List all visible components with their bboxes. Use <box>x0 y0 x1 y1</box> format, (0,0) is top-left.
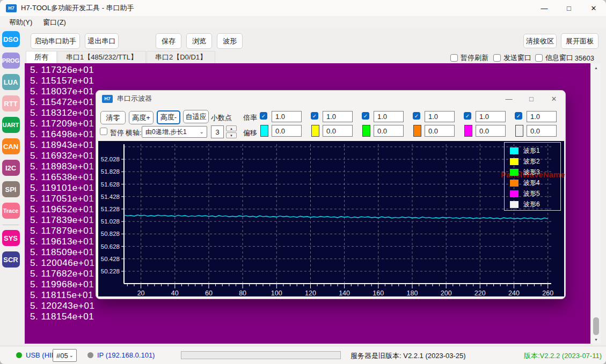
channel-rate-input[interactable] <box>476 111 506 122</box>
svg-text:260: 260 <box>542 289 553 296</box>
channel-color-swatch[interactable] <box>464 125 472 137</box>
stepper-down-icon[interactable]: ▼ <box>226 132 237 138</box>
sidebar-item-prog[interactable]: PROG <box>2 53 20 69</box>
ip-status-icon <box>87 352 93 358</box>
sidebar-item-sys[interactable]: SYS <box>2 230 20 246</box>
scroll-down-icon[interactable]: ▼ <box>592 335 601 344</box>
svg-text:60: 60 <box>205 289 213 296</box>
maximize-button[interactable]: □ <box>557 0 581 16</box>
scope-autofit-button[interactable]: 自适应 <box>183 110 209 123</box>
sidebar-item-dso[interactable]: DSO <box>2 31 20 47</box>
tab-2[interactable]: 串口2【D0/D1】 <box>147 51 215 63</box>
waveform-button[interactable]: 波形 <box>217 33 243 49</box>
sidebar-item-lua[interactable]: LUA <box>2 74 20 90</box>
checkbox[interactable] <box>450 54 458 62</box>
sidebar-item-scr[interactable]: SCR <box>2 251 20 268</box>
progress-bar <box>181 351 341 359</box>
scope-close-button[interactable]: ✕ <box>543 91 565 107</box>
stepper-up-icon[interactable]: ▲ <box>226 125 237 131</box>
app-logo-icon: H7 <box>6 4 17 12</box>
channel-color-swatch[interactable] <box>413 125 421 137</box>
channel-color-swatch[interactable] <box>260 125 268 137</box>
sidebar: DSOPROGLUARTTUARTCANI2CSPITraceSYSSCR <box>2 31 20 273</box>
device-number-select[interactable]: #05 ⌄ <box>53 349 77 362</box>
decimal-value-input[interactable]: 3 <box>211 125 224 138</box>
legend-swatch <box>510 180 519 187</box>
sidebar-item-can[interactable]: CAN <box>2 138 20 154</box>
scrollbar-thumb[interactable] <box>593 317 599 335</box>
chevron-down-icon: ⌄ <box>200 129 204 135</box>
channel-rate-input[interactable] <box>374 111 404 122</box>
channel-offset-input[interactable] <box>374 125 404 137</box>
channel-enable-checkbox[interactable]: ✓ <box>260 112 267 120</box>
checkbox-label: 暂停刷新 <box>461 53 488 63</box>
launch-serial-assistant-button[interactable]: 启动串口助手 <box>31 33 80 49</box>
decimal-stepper: ▲ ▼ <box>226 125 237 138</box>
tab-1[interactable]: 串口1【485/232/TTL】 <box>57 51 146 63</box>
scope-titlebar[interactable]: H7 串口示波器 — □ ✕ <box>96 91 565 107</box>
svg-text:40: 40 <box>171 289 179 296</box>
minimize-button[interactable]: — <box>532 0 557 16</box>
menu-help[interactable]: 帮助(Y) <box>4 17 37 28</box>
channel-enable-checkbox[interactable]: ✓ <box>515 112 522 120</box>
svg-text:160: 160 <box>373 289 384 296</box>
channel-rate-input[interactable] <box>425 111 455 122</box>
tab-0[interactable]: 所有 <box>26 51 57 63</box>
channel-offset-input[interactable] <box>476 125 506 137</box>
scope-height-minus-button[interactable]: 高度- <box>157 110 180 124</box>
channel-color-swatch[interactable] <box>311 125 319 137</box>
sidebar-item-trace[interactable]: Trace <box>2 203 20 219</box>
window-controls: — □ ✕ <box>532 0 606 16</box>
receive-value: 5. 115157e+01 <box>30 76 590 86</box>
sidebar-item-uart[interactable]: UART <box>2 117 20 133</box>
scope-title: 串口示波器 <box>117 94 152 103</box>
legend-swatch <box>510 147 519 154</box>
channel-offset-input[interactable] <box>527 125 557 137</box>
scope-pause-checkbox[interactable] <box>100 128 107 135</box>
scope-height-plus-button[interactable]: 高度+ <box>129 111 154 124</box>
close-button[interactable]: ✕ <box>581 0 606 16</box>
sidebar-item-i2c[interactable]: I2C <box>2 160 20 176</box>
legend-item: 波形6 <box>505 199 560 210</box>
scope-zero-button[interactable]: 清零 <box>100 111 126 124</box>
channel-rate-input[interactable] <box>527 111 557 122</box>
channel-offset-input[interactable] <box>323 125 353 137</box>
legend-item: 波形1 <box>505 145 560 156</box>
channel-offset-input[interactable] <box>425 125 455 137</box>
expand-panel-button[interactable]: 展开面板 <box>561 33 598 49</box>
channel-offset-input[interactable] <box>272 125 302 137</box>
channel-color-swatch[interactable] <box>515 125 523 137</box>
top-checkbox-group-0: 暂停刷新 <box>450 53 488 63</box>
channel-group-5: ✓ <box>464 110 507 138</box>
xaxis-mode-select[interactable]: 由0递增,步长1 ⌄ <box>142 126 207 138</box>
channel-enable-checkbox[interactable]: ✓ <box>311 112 318 120</box>
svg-text:51.628: 51.628 <box>101 181 120 188</box>
channel-enable-checkbox[interactable]: ✓ <box>413 112 420 120</box>
channel-rate-input[interactable] <box>272 111 302 122</box>
clear-receive-button[interactable]: 清接收区 <box>523 34 557 48</box>
channel-group-4: ✓ <box>413 110 456 138</box>
vertical-scrollbar[interactable]: ▲ ▼ <box>592 63 601 344</box>
scroll-up-icon[interactable]: ▲ <box>592 63 601 72</box>
ip-status-label[interactable]: IP (192.168.0.101) <box>97 351 155 359</box>
browse-button[interactable]: 浏览 <box>186 33 212 49</box>
channel-group-6: ✓ <box>515 110 558 138</box>
sidebar-item-spi[interactable]: SPI <box>2 181 20 197</box>
legend-swatch <box>510 201 519 208</box>
menu-window[interactable]: 窗口(Z) <box>38 17 71 28</box>
channel-enable-checkbox[interactable]: ✓ <box>464 112 471 120</box>
checkbox[interactable] <box>535 54 543 62</box>
legend-item: 波形2 <box>505 156 560 167</box>
legend-label: 波形4 <box>523 179 540 188</box>
scope-maximize-button[interactable]: □ <box>520 91 543 107</box>
xaxis-mode-value: 由0递增,步长1 <box>145 128 187 137</box>
exit-serial-button[interactable]: 退出串口 <box>85 33 119 49</box>
channel-rate-input[interactable] <box>323 111 353 122</box>
sidebar-item-rtt[interactable]: RTT <box>2 95 20 112</box>
chart-legend: 波形1波形2波形3波形4波形5波形6 <box>504 142 561 211</box>
checkbox[interactable] <box>493 54 501 62</box>
scope-minimize-button[interactable]: — <box>498 91 520 107</box>
save-button[interactable]: 保存 <box>156 33 181 49</box>
channel-color-swatch[interactable] <box>362 125 370 137</box>
channel-enable-checkbox[interactable]: ✓ <box>362 112 369 120</box>
